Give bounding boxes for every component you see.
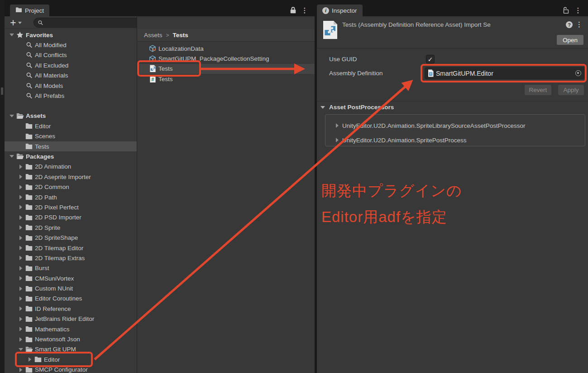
tree-item[interactable]: All Conflicts: [5, 50, 137, 60]
tree-item[interactable]: CMSuniVortex: [5, 273, 137, 283]
asmref-file-icon: [322, 20, 338, 41]
help-icon[interactable]: ?: [566, 21, 573, 28]
folder-icon: [24, 245, 33, 251]
disclosure-triangle[interactable]: [17, 327, 24, 331]
tree-item[interactable]: Editor Coroutines: [5, 294, 137, 304]
tree-item[interactable]: JetBrains Rider Editor: [5, 314, 137, 324]
asset-list-item[interactable]: LocalizationData: [137, 44, 315, 53]
add-asset-button[interactable]: +: [5, 17, 26, 29]
disclosure-triangle[interactable]: [17, 256, 24, 260]
tree-item[interactable]: All Materials: [5, 71, 137, 81]
tree-item[interactable]: All Prefabs: [5, 91, 137, 101]
tree-item-label: 2D Common: [35, 184, 69, 190]
tree-item[interactable]: Burst: [5, 263, 137, 273]
disclosure-triangle[interactable]: [17, 215, 24, 220]
tree-item[interactable]: Custom NUnit: [5, 283, 137, 293]
tree-item-label: All Conflicts: [35, 52, 67, 58]
tree-item[interactable]: Assets: [5, 111, 137, 121]
asset-list-item[interactable]: Tests: [137, 64, 315, 74]
tree-item[interactable]: Favorites: [5, 30, 137, 40]
tree-item[interactable]: Mathematics: [5, 324, 137, 334]
tree-item[interactable]: 2D Common: [5, 182, 137, 192]
tree-item[interactable]: Editor: [5, 354, 137, 364]
disclosure-triangle[interactable]: [17, 246, 24, 250]
lock-icon[interactable]: [288, 5, 297, 15]
breadcrumb-root[interactable]: Assets: [144, 32, 163, 39]
tree-item[interactable]: ID Reference: [5, 304, 137, 314]
postprocessor-label: UnityEditor.U2D.Animation.SpritePostProc…: [342, 137, 467, 144]
disclosure-triangle[interactable]: [17, 266, 24, 271]
disclosure-triangle[interactable]: [17, 368, 24, 372]
breadcrumb-current[interactable]: Tests: [173, 32, 188, 39]
apply-button[interactable]: Apply: [558, 85, 584, 95]
disclosure-triangle[interactable]: [17, 185, 24, 189]
tree-item[interactable]: Tests: [5, 141, 137, 151]
tree-item-label: Custom NUnit: [35, 285, 73, 292]
tree-item[interactable]: Scenes: [5, 131, 137, 141]
info-icon: i: [322, 7, 329, 14]
disclosure-triangle[interactable]: [17, 348, 24, 351]
postprocessor-item[interactable]: UnityEditor.U2D.Animation.SpritePostProc…: [334, 133, 585, 146]
folder-icon: [24, 224, 33, 231]
search-icon: [24, 92, 33, 99]
object-picker-icon[interactable]: [575, 70, 581, 76]
disclosure-triangle[interactable]: [17, 225, 24, 230]
tree-item[interactable]: Smart Git UPM: [5, 344, 137, 354]
asset-list-item[interactable]: # Tests: [137, 74, 315, 84]
tree-item[interactable]: SMCP Configurator: [5, 365, 137, 373]
tree-item-label: 2D Pixel Perfect: [35, 204, 79, 211]
tree-item[interactable]: All Modified: [5, 40, 137, 50]
tree-item-label: Mathematics: [35, 326, 70, 333]
disclosure-triangle[interactable]: [26, 357, 33, 362]
tree-item[interactable]: All Models: [5, 81, 137, 91]
open-button[interactable]: Open: [557, 35, 583, 45]
postprocessor-item[interactable]: UnityEditor.U2D.Animation.SpriteLibraryS…: [334, 118, 585, 133]
search-icon: [38, 20, 43, 26]
disclosure-triangle[interactable]: [17, 296, 24, 301]
disclosure-triangle[interactable]: [334, 123, 341, 128]
tab-inspector[interactable]: i Inspector: [317, 5, 363, 16]
disclosure-triangle[interactable]: [17, 317, 24, 321]
tree-item[interactable]: 2D Path: [5, 192, 137, 202]
folder-icon: [24, 204, 33, 210]
tree-item[interactable]: All Excluded: [5, 60, 137, 70]
kebab-menu-icon[interactable]: ⋮: [300, 5, 309, 15]
tree-item[interactable]: Editor: [5, 121, 137, 131]
tree-item[interactable]: 2D Sprite: [5, 223, 137, 233]
disclosure-triangle[interactable]: [17, 306, 24, 311]
disclosure-triangle[interactable]: [17, 195, 24, 199]
tree-item[interactable]: 2D Aseprite Importer: [5, 172, 137, 182]
tree-item-label: 2D Tilemap Editor: [35, 245, 83, 252]
disclosure-triangle[interactable]: [8, 34, 15, 36]
disclosure-triangle[interactable]: [17, 205, 24, 209]
tree-item[interactable]: 2D Pixel Perfect: [5, 202, 137, 212]
tree-item[interactable]: Newtonsoft Json: [5, 334, 137, 344]
tree-item[interactable]: Packages: [5, 151, 137, 161]
disclosure-triangle[interactable]: [334, 138, 341, 142]
tree-item[interactable]: 2D PSD Importer: [5, 213, 137, 223]
disclosure-triangle[interactable]: [17, 276, 24, 281]
tree-item[interactable]: 2D Tilemap Editor: [5, 243, 137, 253]
disclosure-triangle[interactable]: [17, 174, 24, 179]
disclosure-triangle[interactable]: [17, 236, 24, 240]
revert-button[interactable]: Revert: [525, 85, 551, 95]
asset-list-item[interactable]: SmartGitUPM_PackageCollectionSetting: [137, 53, 315, 63]
disclosure-triangle[interactable]: [17, 286, 24, 291]
asset-postprocessors-header[interactable]: Asset PostProcessors: [320, 104, 394, 111]
tree-item-label: 2D SpriteShape: [35, 234, 78, 241]
disclosure-triangle[interactable]: [17, 337, 24, 342]
disclosure-triangle[interactable]: [17, 165, 24, 169]
disclosure-triangle[interactable]: [8, 155, 15, 158]
asmref-icon: [148, 65, 157, 73]
tree-item[interactable]: 2D SpriteShape: [5, 233, 137, 242]
tree-item-label: ID Reference: [35, 305, 71, 312]
unlock-icon[interactable]: [561, 5, 570, 15]
use-guid-checkbox[interactable]: ✓: [426, 55, 435, 63]
assembly-definition-field[interactable]: SmartGitUPM.Editor: [425, 67, 584, 79]
disclosure-triangle[interactable]: [8, 115, 15, 117]
kebab-menu-icon[interactable]: ⋮: [574, 5, 583, 15]
tab-project[interactable]: Project: [10, 5, 49, 16]
tree-item[interactable]: 2D Animation: [5, 162, 137, 172]
tree-item[interactable]: 2D Tilemap Extras: [5, 253, 137, 263]
kebab-menu-icon[interactable]: ⋮: [576, 21, 583, 28]
